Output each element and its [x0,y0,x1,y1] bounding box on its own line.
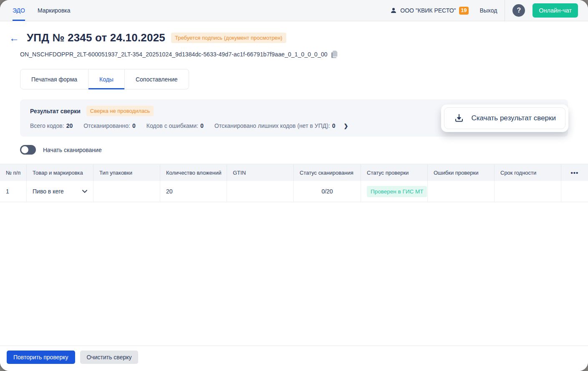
col-header-gtin: GTIN [227,164,294,181]
cell-check-status: Проверен в ГИС МТ [361,181,428,202]
cell-nested-count: 20 [160,181,227,202]
notification-count-badge: 19 [459,7,469,15]
col-header-scan-status: Статус сканирования [294,164,361,181]
cell-expiry [495,181,561,202]
scan-toggle-row: Начать сканирование [20,145,568,155]
toggle-knob [21,146,28,153]
download-button-label: Скачать результат сверки [471,114,556,122]
download-result-button[interactable]: Скачать результат сверки [444,107,565,129]
online-chat-button[interactable]: Онлайн-чат [532,3,578,18]
document-filename: ON_NSCHFDOPPR_2LT-600051937_2LT-354_2025… [20,51,328,58]
topbar-right-group: ООО "КВИК РЕСТО" 19 Выход ? Онлайн-чат [390,0,578,21]
col-header-expiry: Срок годности [495,164,561,181]
col-header-more: ••• [561,164,588,181]
product-dropdown[interactable]: Пиво в кеге [33,188,87,195]
more-options-icon[interactable]: ••• [571,169,579,176]
download-icon [454,113,464,123]
document-tabs: Печатная форма Коды Сопоставление [20,69,568,89]
nav-item-markirovka[interactable]: Маркировка [38,0,71,21]
clear-reconciliation-button[interactable]: Очистить сверку [80,351,139,364]
cell-more [561,181,588,202]
reconciliation-title: Результат сверки [30,108,81,114]
stat-extra-codes: Отсканировано лишних кодов (нет в УПД): … [215,122,336,129]
col-header-product: Товар и маркировка [27,164,93,181]
start-scanning-toggle[interactable] [20,145,36,155]
tab-print-form[interactable]: Печатная форма [20,69,88,89]
cell-scan-status: 0/20 [294,181,361,202]
table-header-row: № п/п Товар и маркировка Тип упаковки Ко… [0,164,588,181]
page-title: УПД № 2345 от 24.10.2025 [27,31,165,44]
logout-link[interactable]: Выход [479,7,497,14]
app-window: ЭДО Маркировка ООО "КВИК РЕСТО" 19 Выход… [0,0,588,371]
chevron-right-icon[interactable]: ❯ [344,123,348,129]
main-content: ← УПД № 2345 от 24.10.2025 Требуется под… [0,21,588,346]
cell-gtin [227,181,294,202]
nav-item-edo[interactable]: ЭДО [13,0,25,21]
reconciliation-status-badge: Сверка не проводилась [86,106,154,116]
table-row: 1 Пиво в кеге 20 0/20 [0,181,588,202]
col-header-nested-count: Количество вложений [160,164,227,181]
back-arrow-icon[interactable]: ← [8,32,21,44]
cell-check-errors [428,181,495,202]
filename-row: ON_NSCHFDOPPR_2LT-600051937_2LT-354_2025… [20,51,568,58]
person-icon [390,7,397,14]
chevron-down-icon [82,190,87,193]
company-name: ООО "КВИК РЕСТО" [400,7,456,14]
stat-total-codes: Всего кодов: 20 [30,122,73,129]
copy-icon[interactable] [331,51,338,58]
col-header-check-errors: Ошибки проверки [428,164,495,181]
download-button-wrapper: Скачать результат сверки [441,104,568,132]
check-status-badge: Проверен в ГИС МТ [367,186,427,197]
reconciliation-panel: Результат сверки Сверка не проводилась В… [20,99,568,137]
signature-status-badge: Требуется подпись (документ просмотрен) [171,33,286,43]
help-icon[interactable]: ? [512,4,525,17]
company-account[interactable]: ООО "КВИК РЕСТО" 19 [390,7,469,15]
scan-toggle-label: Начать сканирование [43,147,102,153]
content-spacer [0,202,588,346]
topbar-divider [505,0,505,21]
col-header-package-type: Тип упаковки [93,164,160,181]
top-navigation: ЭДО Маркировка [13,0,71,21]
repeat-check-button[interactable]: Повторить проверку [7,351,75,364]
stat-scanned: Отсканированно: 0 [83,122,136,129]
cell-num: 1 [0,181,27,202]
codes-table: № п/п Товар и маркировка Тип упаковки Ко… [0,164,588,202]
stat-error-codes: Кодов с ошибками: 0 [146,122,204,129]
cell-package-type [93,181,160,202]
product-dropdown-value: Пиво в кеге [33,188,64,195]
cell-product: Пиво в кеге [27,181,93,202]
tab-matching[interactable]: Сопоставление [125,69,189,89]
document-header: ← УПД № 2345 от 24.10.2025 Требуется под… [8,31,578,44]
footer-bar: Повторить проверку Очистить сверку [0,346,588,371]
col-header-num: № п/п [0,164,27,181]
col-header-check-status: Статус проверки [361,164,428,181]
top-bar: ЭДО Маркировка ООО "КВИК РЕСТО" 19 Выход… [0,0,588,21]
tab-codes[interactable]: Коды [88,69,125,89]
